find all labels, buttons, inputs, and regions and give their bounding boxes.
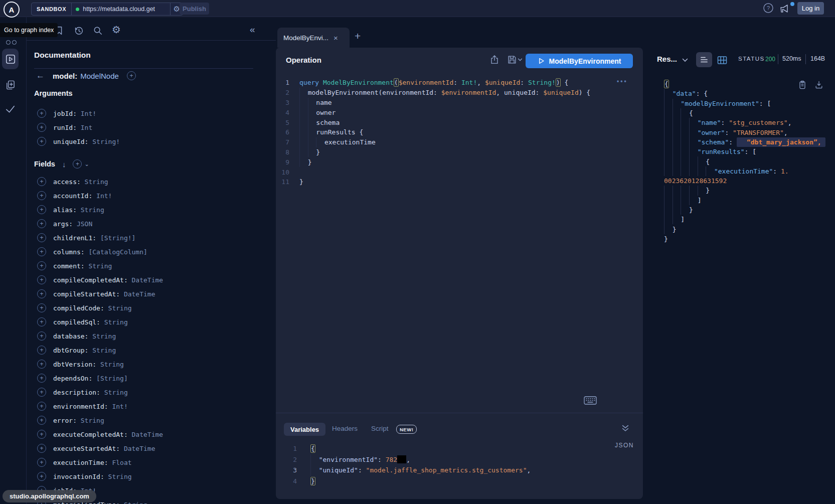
add-to-query-button[interactable] (37, 374, 46, 383)
field-signature[interactable]: executeStartedAt: DateTime (53, 445, 155, 452)
add-to-query-button[interactable] (37, 137, 46, 146)
announcements-button[interactable] (779, 3, 791, 14)
response-body[interactable]: {"data": {"modelByEnvironment": [{"name"… (664, 79, 825, 244)
field-name[interactable]: model: (53, 72, 77, 80)
field-signature[interactable]: database: String (53, 332, 116, 340)
editor-options-menu[interactable]: ••• (617, 78, 628, 85)
publish-button[interactable]: Publish (180, 3, 209, 15)
field-signature[interactable]: alias: String (53, 206, 104, 214)
add-field-button[interactable] (127, 71, 136, 80)
sidebar-item-explorer[interactable] (2, 49, 19, 69)
history-button[interactable] (73, 25, 84, 36)
operation-tab[interactable]: ModelByEnvi... × (277, 28, 350, 48)
explorer-settings-button[interactable]: ⚙ (112, 24, 123, 35)
add-to-query-button[interactable] (37, 360, 46, 369)
add-to-query-button[interactable] (37, 472, 46, 481)
share-operation-button[interactable] (489, 54, 500, 65)
operation-editor[interactable]: 1query ModelByEnvironment($environmentId… (276, 78, 590, 187)
add-to-query-button[interactable] (37, 458, 46, 467)
search-button[interactable] (92, 25, 103, 36)
add-to-query-button[interactable] (37, 416, 46, 425)
field-type-link[interactable]: ModelNode (80, 72, 119, 80)
sidebar-item-collections[interactable] (5, 79, 16, 91)
graph-index-tooltip: Go to graph index (0, 23, 58, 37)
field-signature[interactable]: executionTime: Float (53, 459, 132, 466)
field-signature[interactable]: comment: String (53, 262, 112, 270)
add-to-query-button[interactable] (37, 331, 46, 341)
add-to-query-button[interactable] (37, 205, 46, 214)
endpoint-url-field[interactable]: https://metadata.cloud.get (72, 3, 170, 15)
tab-variables[interactable]: Variables (284, 423, 325, 436)
help-button[interactable]: ? (763, 3, 774, 14)
documentation-title: Documentation (34, 51, 91, 60)
tab-headers[interactable]: Headers (332, 425, 358, 432)
add-to-query-button[interactable] (37, 430, 46, 439)
variables-editor[interactable]: 1{2"environmentId": 782,3"uniqueId": "mo… (276, 443, 531, 486)
field-signature[interactable]: compiledSql: String (53, 318, 128, 326)
add-tab-button[interactable]: + (355, 30, 361, 42)
field-signature[interactable]: accountId: Int! (53, 192, 112, 200)
add-to-query-button[interactable] (37, 261, 46, 270)
save-options-chevron[interactable] (517, 57, 523, 63)
response-table-view-button[interactable] (716, 54, 728, 66)
add-to-query-button[interactable] (37, 177, 46, 186)
field-signature[interactable]: error: String (53, 417, 104, 424)
indent-guide (689, 156, 698, 166)
add-to-query-button[interactable] (37, 275, 46, 284)
add-to-query-button[interactable] (37, 233, 46, 242)
add-to-query-button[interactable] (37, 191, 46, 200)
add-to-query-button[interactable] (37, 303, 46, 312)
back-arrow-icon[interactable]: ← (36, 71, 44, 81)
sort-descending-icon[interactable]: ↓ (62, 160, 66, 169)
add-to-query-button[interactable] (37, 402, 46, 411)
add-to-query-button[interactable] (37, 317, 46, 326)
field-signature[interactable]: dbtVersion: String (53, 361, 124, 368)
run-operation-button[interactable]: ModelByEnvironment (526, 54, 633, 68)
apollo-logo[interactable]: A (4, 2, 20, 18)
field-signature[interactable]: jobId: Int! (53, 110, 96, 117)
field-signature[interactable]: environmentId: Int! (53, 403, 128, 410)
add-to-query-button[interactable] (37, 346, 46, 355)
add-to-query-button[interactable] (37, 123, 46, 132)
field-signature[interactable]: compiledCode: String (53, 304, 132, 312)
tab-script[interactable]: Script (371, 425, 389, 432)
field-signature[interactable]: compileStartedAt: DateTime (53, 290, 155, 298)
field-signature[interactable]: access: String (53, 178, 108, 186)
field-signature[interactable]: args: JSON (53, 220, 92, 228)
indent-guide (308, 117, 316, 127)
add-to-query-button[interactable] (37, 289, 46, 298)
collapse-variables-button[interactable] (621, 424, 631, 434)
indent-guide (664, 118, 673, 127)
response-json-view-button[interactable] (696, 52, 712, 67)
field-signature[interactable]: compileCompletedAt: DateTime (53, 276, 163, 284)
field-signature[interactable]: invocationId: String (53, 473, 132, 480)
gear-icon: ⚙ (173, 5, 180, 14)
field-signature[interactable]: uniqueId: String! (53, 138, 120, 145)
response-dropdown-button[interactable] (681, 56, 689, 64)
field-signature[interactable]: executeCompletedAt: DateTime (53, 431, 163, 438)
add-to-query-button[interactable] (37, 388, 46, 397)
sidebar-item-checks[interactable] (5, 103, 16, 115)
field-signature[interactable]: dbtGroup: String (53, 347, 116, 354)
add-to-query-button[interactable] (37, 109, 46, 118)
field-signature[interactable]: runId: Int (53, 124, 92, 131)
code-token: 1. (781, 167, 789, 175)
field-signature[interactable]: description: String (53, 389, 128, 396)
login-button[interactable]: Log in (797, 2, 824, 15)
field-signature[interactable]: childrenL1: [String!] (53, 234, 135, 242)
field-signature[interactable]: dependsOn: [String] (53, 375, 128, 382)
add-to-query-button[interactable] (37, 219, 46, 228)
add-to-query-button[interactable] (37, 444, 46, 453)
field-signature[interactable]: columns: [CatalogColumn] (53, 248, 147, 256)
keyboard-shortcuts-button[interactable] (584, 396, 597, 405)
save-operation-button[interactable] (507, 54, 518, 65)
indent-guide (689, 186, 698, 195)
add-to-query-button[interactable] (37, 247, 46, 256)
code-token: "name" (698, 119, 721, 126)
graph-index-icon[interactable] (6, 40, 17, 45)
collapse-panel-button[interactable]: « (250, 24, 255, 35)
line-number: 11 (276, 178, 289, 186)
close-tab-icon[interactable]: × (333, 34, 338, 42)
add-all-fields-button[interactable]: ⌄ (73, 159, 89, 169)
indent-guide (689, 147, 698, 156)
